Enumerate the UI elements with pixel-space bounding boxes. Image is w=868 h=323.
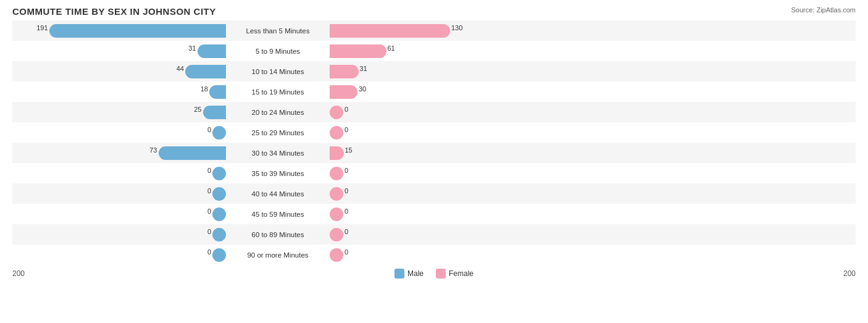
female-value: 0 (344, 106, 348, 113)
female-bar: 30 (330, 85, 357, 99)
left-section: 0 (12, 208, 228, 221)
right-section: 0 (327, 228, 543, 241)
female-zero-pill: 0 (330, 208, 343, 221)
right-section: 0 (327, 126, 543, 140)
bar-label: 5 to 9 Minutes (228, 48, 327, 55)
male-value: 31 (188, 44, 196, 52)
left-section: 0 (12, 167, 228, 180)
female-value: 0 (344, 228, 348, 235)
male-value: 0 (207, 228, 211, 235)
bar-label: 40 to 44 Minutes (228, 190, 327, 198)
bar-row: 090 or more Minutes0 (12, 245, 856, 265)
legend-male: Male (394, 269, 424, 279)
female-zero-pill: 0 (330, 228, 343, 241)
male-zero-pill: 0 (212, 167, 226, 180)
male-value: 73 (149, 146, 157, 154)
female-value: 30 (359, 85, 366, 93)
male-value: 191 (36, 24, 48, 31)
male-value: 0 (207, 187, 211, 195)
left-section: 0 (12, 228, 228, 241)
bar-row: 191Less than 5 Minutes130 (12, 20, 856, 41)
female-value: 61 (388, 44, 395, 52)
female-zero-pill: 0 (330, 167, 343, 180)
male-bar: 25 (203, 106, 227, 119)
bar-row: 4410 to 14 Minutes31 (12, 61, 856, 82)
female-value: 31 (360, 65, 367, 72)
male-value: 44 (177, 65, 184, 72)
bar-label: 25 to 29 Minutes (228, 129, 327, 136)
bar-label: Less than 5 Minutes (228, 27, 327, 35)
bar-label: 15 to 19 Minutes (228, 88, 327, 96)
female-swatch (436, 269, 446, 279)
bar-label: 35 to 39 Minutes (228, 170, 327, 177)
axis-right-label: 200 (819, 269, 856, 278)
left-section: 0 (12, 187, 228, 201)
male-zero-pill: 0 (212, 187, 226, 201)
chart-source: Source: ZipAtlas.com (791, 6, 856, 14)
female-value: 0 (344, 167, 348, 174)
left-section: 0 (12, 248, 228, 262)
bar-row: 315 to 9 Minutes61 (12, 41, 856, 61)
male-label: Male (407, 269, 424, 278)
bar-label: 20 to 24 Minutes (228, 109, 327, 116)
bar-row: 040 to 44 Minutes0 (12, 183, 856, 204)
right-section: 130 (327, 24, 543, 38)
female-bar: 15 (330, 146, 344, 160)
right-section: 15 (327, 146, 543, 160)
male-bar: 44 (185, 65, 226, 78)
female-label: Female (449, 269, 474, 278)
male-value: 0 (207, 167, 211, 174)
right-section: 0 (327, 208, 543, 221)
male-bar: 191 (49, 24, 227, 38)
bar-row: 060 to 89 Minutes0 (12, 224, 856, 245)
female-bar: 130 (330, 24, 450, 38)
male-zero-pill: 0 (212, 228, 226, 241)
male-value: 0 (207, 248, 211, 256)
female-value: 0 (344, 208, 348, 215)
right-section: 0 (327, 106, 543, 119)
right-section: 30 (327, 85, 543, 99)
female-value: 0 (344, 187, 348, 195)
right-section: 0 (327, 187, 543, 201)
female-value: 0 (344, 248, 348, 256)
axis-left-label: 200 (12, 269, 49, 278)
bar-row: 045 to 59 Minutes0 (12, 204, 856, 224)
female-value: 15 (345, 146, 353, 154)
legend-female: Female (436, 269, 474, 279)
left-section: 44 (12, 65, 228, 78)
bar-row: 1815 to 19 Minutes30 (12, 82, 856, 102)
male-value: 25 (194, 106, 201, 113)
chart-container: COMMUTE TIME BY SEX IN JOHNSON CITY Sour… (0, 0, 868, 323)
male-zero-pill: 0 (212, 248, 226, 262)
left-section: 0 (12, 126, 228, 140)
female-zero-pill: 0 (330, 248, 343, 262)
bar-row: 7330 to 34 Minutes15 (12, 143, 856, 163)
male-value: 0 (207, 208, 211, 215)
male-bar: 31 (198, 44, 227, 58)
female-value: 130 (451, 24, 462, 31)
chart-title: COMMUTE TIME BY SEX IN JOHNSON CITY (12, 6, 856, 17)
bar-label: 45 to 59 Minutes (228, 211, 327, 218)
female-zero-pill: 0 (330, 106, 343, 119)
left-section: 18 (12, 85, 228, 99)
male-bar: 73 (159, 146, 227, 160)
chart-area: 191Less than 5 Minutes130315 to 9 Minute… (12, 20, 856, 265)
bar-row: 025 to 29 Minutes0 (12, 122, 856, 143)
left-section: 31 (12, 44, 228, 58)
male-zero-pill: 0 (212, 208, 226, 221)
right-section: 0 (327, 167, 543, 180)
male-zero-pill: 0 (212, 126, 226, 140)
right-section: 31 (327, 65, 543, 78)
male-value: 0 (207, 126, 211, 133)
bar-row: 2520 to 24 Minutes0 (12, 102, 856, 122)
female-zero-pill: 0 (330, 126, 343, 140)
left-section: 25 (12, 106, 228, 119)
bar-label: 30 to 34 Minutes (228, 149, 327, 157)
bar-label: 90 or more Minutes (228, 251, 327, 259)
female-zero-pill: 0 (330, 187, 343, 201)
bar-label: 10 to 14 Minutes (228, 68, 327, 75)
left-section: 73 (12, 146, 228, 160)
female-value: 0 (344, 126, 348, 133)
right-section: 0 (327, 248, 543, 262)
left-section: 191 (12, 24, 228, 38)
